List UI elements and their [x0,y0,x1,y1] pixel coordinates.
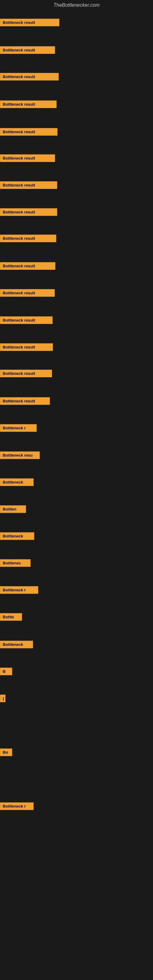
bottleneck-item: Bottleneck result [0,343,53,352]
bottleneck-badge: Bottleneck result [0,46,55,54]
bottleneck-badge: Bottlen [0,505,26,513]
bottleneck-badge: Bottleneck r [0,586,38,594]
bottleneck-item: Bottleneck result [0,100,57,109]
bottleneck-item: Bottleneck resu [0,452,40,460]
bottleneck-item: Bottleneck result [0,317,53,325]
bottleneck-badge: Bottleneck result [0,235,56,242]
bottleneck-item: Bottleneck [0,532,34,541]
bottleneck-badge: Bottleneck r [0,802,33,810]
bottleneck-badge: Bottleneck resu [0,452,40,459]
bottleneck-item: Bottleneck result [0,128,57,137]
bottleneck-item: Bottlen [0,505,26,514]
bottleneck-badge: B [0,668,12,675]
bottleneck-item: B [0,668,12,676]
bottleneck-badge: Bottleneck [0,641,33,648]
bottleneck-item: Bottleneck result [0,73,59,82]
bottleneck-item: | [0,695,5,703]
bottleneck-item: Bottleneck result [0,208,57,217]
bottleneck-item: Bottleneck result [0,397,50,406]
bottleneck-item: Bottleneck result [0,370,52,379]
bottleneck-badge: Bottleneck result [0,181,57,189]
bottleneck-badge: Bottleneck result [0,73,59,81]
bottleneck-item: Bottleneck r [0,802,33,811]
bottleneck-badge: Bottleneck result [0,317,53,324]
bottleneck-badge: Bottleneck result [0,370,52,377]
bottleneck-item: Bottleneck result [0,235,56,243]
bottleneck-item: Bottleneck result [0,262,56,271]
bottleneck-badge: Bottleneck r [0,424,37,432]
bottleneck-badge: Bottleneck result [0,343,53,351]
bottleneck-badge: | [0,695,5,702]
bottleneck-badge: Bottleneck result [0,19,59,26]
bottleneck-item: Bottleneck result [0,46,55,55]
bottleneck-badge: Bottleneck result [0,262,56,270]
bottleneck-badge: Bottleneck result [0,208,57,216]
bottleneck-badge: Bottlenec [0,559,30,567]
bottleneck-badge: Bottleneck [0,532,34,540]
bottleneck-badge: Bottleneck result [0,289,55,297]
site-title: TheBottlenecker.com [0,0,153,10]
bottleneck-item: Bottlenec [0,559,30,568]
bottleneck-badge: Bottleneck [0,478,33,486]
bottleneck-item: Bottleneck result [0,181,57,190]
bottleneck-item: Bottleneck result [0,19,59,27]
bottleneck-item: Bottleneck r [0,586,38,595]
bottleneck-item: Bottleneck r [0,424,37,433]
bottleneck-badge: Bottleneck result [0,154,55,162]
bottleneck-item: Bottleneck result [0,154,55,163]
bottleneck-badge: Bottle [0,613,22,621]
bottleneck-item: Bottleneck [0,641,33,649]
bottleneck-item: Bottleneck result [0,289,55,298]
bottleneck-badge: Bottleneck result [0,128,57,136]
bottleneck-item: Bo [0,748,12,757]
bottleneck-badge: Bo [0,748,12,756]
bottleneck-badge: Bottleneck result [0,397,50,405]
bottleneck-item: Bottle [0,613,22,622]
bottleneck-badge: Bottleneck result [0,100,57,108]
bottleneck-item: Bottleneck [0,478,33,487]
